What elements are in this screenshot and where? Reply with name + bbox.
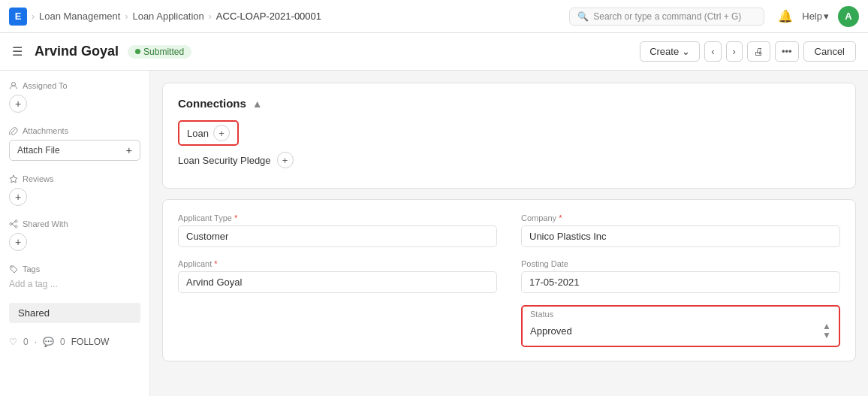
sub-header: ☰ Arvind Goyal Submitted Create ⌄ ‹ › 🖨 … (0, 33, 868, 71)
connections-collapse-icon[interactable]: ▲ (252, 98, 263, 110)
spinner-down-icon: ▼ (822, 331, 831, 340)
svg-point-5 (11, 267, 13, 268)
add-review-button[interactable]: + (9, 188, 27, 206)
heart-icon: ♡ (9, 337, 17, 347)
shared-section: Shared (9, 303, 140, 323)
applicant-type-field: Applicant Type * Customer (178, 213, 497, 247)
notifications-bell-icon[interactable]: 🔔 (778, 9, 793, 23)
breadcrumb-current: ACC-LOAP-2021-00001 (216, 11, 321, 22)
help-menu[interactable]: Help ▾ (802, 11, 829, 22)
breadcrumb-loan-application[interactable]: Loan Application (132, 11, 203, 22)
follow-button[interactable]: FOLLOW (71, 337, 110, 347)
applicant-type-required: * (234, 213, 237, 222)
status-field: Status Approved ▲ ▼ (521, 305, 840, 347)
company-field: Company * Unico Plastics Inc (521, 213, 840, 247)
status-label: Submitted (143, 47, 184, 57)
attachments-section: Attachments Attach File + (9, 126, 140, 161)
dot-sep: · (35, 337, 37, 347)
app-logo[interactable]: E (9, 8, 27, 26)
print-button[interactable]: 🖨 (747, 41, 770, 62)
empty-cell (178, 305, 497, 347)
add-shared-with-button[interactable]: + (9, 233, 27, 251)
svg-marker-1 (10, 175, 17, 183)
loan-tab[interactable]: Loan + (178, 120, 239, 146)
status-spinner[interactable]: ▲ ▼ (822, 322, 831, 340)
attach-plus-icon: + (126, 144, 132, 156)
tag-icon (9, 265, 18, 274)
connections-header: Connections ▲ (178, 97, 840, 110)
star-icon (9, 174, 18, 183)
company-label: Company * (521, 213, 840, 222)
loan-tab-label: Loan (187, 128, 209, 139)
applicant-value[interactable]: Arvind Goyal (178, 271, 497, 293)
more-options-button[interactable]: ••• (775, 41, 799, 62)
status-field-container: Status Approved ▲ ▼ (521, 305, 840, 347)
help-chevron-icon: ▾ (824, 11, 829, 22)
main-layout: Assigned To + Attachments Attach File + … (0, 71, 868, 396)
likes-count: 0 (23, 337, 29, 347)
assigned-to-section: Assigned To + (9, 81, 140, 113)
svg-point-4 (10, 223, 12, 225)
add-assigned-to-button[interactable]: + (9, 95, 27, 113)
company-value[interactable]: Unico Plastics Inc (521, 225, 840, 247)
form-grid: Applicant Type * Customer Company * Unic… (178, 213, 840, 347)
applicant-field: Applicant * Arvind Goyal (178, 259, 497, 293)
loan-security-pledge-label: Loan Security Pledge (178, 155, 271, 166)
sidebar: Assigned To + Attachments Attach File + … (0, 71, 150, 396)
global-search[interactable]: 🔍 Search or type a command (Ctrl + G) (569, 8, 764, 26)
hamburger-menu-icon[interactable]: ☰ (12, 44, 23, 59)
applicant-label: Applicant * (178, 259, 497, 268)
svg-point-2 (15, 220, 17, 222)
shared-with-section: Shared With + (9, 219, 140, 251)
record-title: Arvind Goyal (35, 44, 119, 59)
create-button[interactable]: Create ⌄ (640, 41, 700, 62)
header-actions: Create ⌄ ‹ › 🖨 ••• Cancel (640, 41, 856, 62)
tags-label: Tags (9, 265, 140, 274)
posting-date-label: Posting Date (521, 259, 840, 268)
connections-title: Connections (178, 97, 246, 110)
person-icon (9, 81, 18, 90)
comments-count: 0 (60, 337, 65, 347)
shared-label: Shared (9, 303, 140, 323)
status-badge: Submitted (128, 45, 191, 59)
status-field-label: Status (523, 307, 839, 319)
posting-date-value[interactable]: 17-05-2021 (521, 271, 840, 293)
attachments-label: Attachments (9, 126, 140, 135)
top-navigation: E › Loan Management › Loan Application ›… (0, 0, 868, 33)
search-placeholder-text: Search or type a command (Ctrl + G) (593, 11, 741, 22)
status-field-value[interactable]: Approved ▲ ▼ (523, 319, 839, 346)
breadcrumb-sep-1: › (32, 11, 35, 22)
reviews-label: Reviews (9, 174, 140, 183)
paperclip-icon (9, 126, 18, 135)
assigned-to-label: Assigned To (9, 81, 140, 90)
breadcrumb-sep-3: › (209, 11, 212, 22)
comment-icon: 💬 (43, 337, 54, 347)
svg-point-3 (15, 225, 17, 228)
share-icon (9, 219, 18, 228)
applicant-required: * (214, 259, 217, 268)
next-record-button[interactable]: › (726, 41, 743, 62)
loan-security-row: Loan Security Pledge + (178, 152, 840, 168)
search-icon: 🔍 (577, 11, 589, 22)
status-dot-indicator (135, 49, 140, 54)
reviews-section: Reviews + (9, 174, 140, 206)
loan-connection-row: Loan + (178, 120, 840, 146)
cancel-button[interactable]: Cancel (803, 41, 856, 62)
connections-card: Connections ▲ Loan + Loan Security Pledg… (162, 83, 856, 189)
add-loan-security-button[interactable]: + (277, 152, 294, 168)
nav-actions: 🔔 Help ▾ A (778, 6, 859, 27)
breadcrumb-sep-2: › (125, 11, 128, 22)
tags-section: Tags Add a tag ... (9, 265, 140, 289)
add-tag-placeholder[interactable]: Add a tag ... (9, 279, 58, 289)
footer-actions: ♡ 0 · 💬 0 FOLLOW (9, 337, 140, 347)
main-content: Connections ▲ Loan + Loan Security Pledg… (150, 71, 868, 396)
shared-with-label: Shared With (9, 219, 140, 228)
add-loan-button[interactable]: + (213, 125, 230, 141)
applicant-type-label: Applicant Type * (178, 213, 497, 222)
posting-date-field: Posting Date 17-05-2021 (521, 259, 840, 293)
user-avatar[interactable]: A (838, 6, 859, 27)
prev-record-button[interactable]: ‹ (704, 41, 721, 62)
breadcrumb-loan-management[interactable]: Loan Management (39, 11, 120, 22)
attach-file-button[interactable]: Attach File + (9, 140, 140, 161)
applicant-type-value[interactable]: Customer (178, 225, 497, 247)
